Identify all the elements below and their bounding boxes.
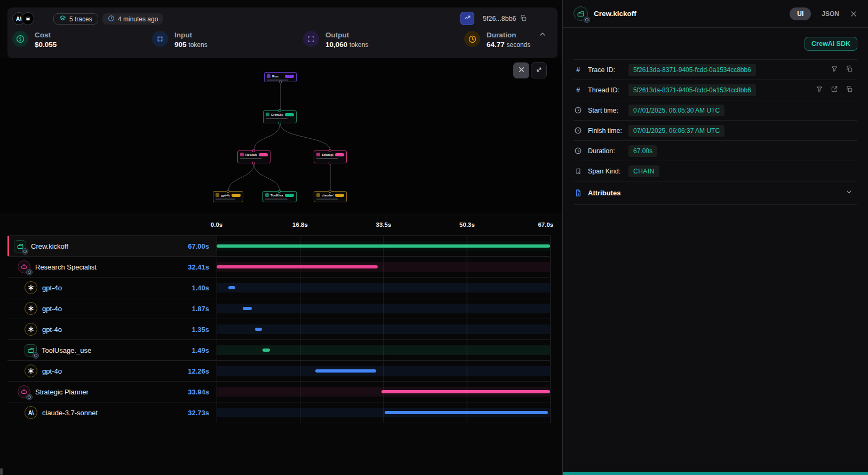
collapse-stats-chevron[interactable]: [538, 30, 547, 41]
graph-node-strategic-planner[interactable]: Strategic Planner: [314, 151, 347, 163]
time-axis: 0.0s 16.8s 33.5s 50.3s 67.0s: [7, 213, 551, 235]
waterfall-row-gpt-4o[interactable]: gpt-4o 1.35s: [7, 319, 551, 340]
timeline-cell: [217, 278, 551, 298]
node-subtext: [265, 199, 288, 200]
graph-node-toolusage[interactable]: ToolUsage._use: [262, 191, 297, 202]
connector-dot: [278, 109, 281, 112]
hash-icon: #: [574, 86, 583, 94]
node-badge: [232, 194, 241, 197]
waterfall-row-strategic-planner[interactable]: Strategic Planner 33.94s: [7, 382, 551, 402]
graph-node-gpt-4o[interactable]: gpt-4o: [213, 191, 243, 202]
span-duration: 67.00s: [188, 242, 217, 250]
timeline-cell: [217, 257, 551, 277]
timeline-track: [217, 366, 550, 376]
model-avatars: A\: [12, 12, 34, 25]
timeline-cell: [217, 382, 551, 402]
timeline-track: [217, 283, 550, 292]
attributes-label: Attributes: [588, 189, 620, 197]
copy-icon[interactable]: [846, 85, 853, 95]
bookmark-icon: [574, 168, 583, 175]
clock-icon: [108, 15, 115, 23]
field-trace-id: # Trace ID: 5f2613da-8371-9405-fcdd-0a15…: [574, 60, 857, 80]
field-label: Trace ID:: [588, 66, 628, 74]
copy-trace-id-icon[interactable]: [520, 14, 527, 24]
trace-chart-button[interactable]: [460, 12, 474, 25]
filter-icon[interactable]: [831, 65, 838, 75]
close-icon: [518, 66, 525, 75]
stat-label: Cost: [35, 31, 57, 39]
node-label: Research Speciali...: [245, 153, 257, 156]
connector-dot: [227, 190, 229, 193]
external-link-icon[interactable]: [831, 85, 838, 95]
waterfall-row-research-specialist[interactable]: Research Specialist 32.41s: [7, 257, 551, 278]
crew-icon: [574, 6, 588, 21]
filter-icon[interactable]: [816, 85, 823, 95]
copy-icon[interactable]: [846, 65, 853, 75]
crew-icon: [14, 240, 26, 252]
graph-node-research-specialist[interactable]: Research Speciali...: [237, 151, 270, 163]
span-bar: [228, 286, 235, 289]
trace-short-id: 5f26...8bb6: [483, 15, 516, 22]
stat-label: Duration: [487, 31, 530, 39]
waterfall-row-gpt-4o[interactable]: gpt-4o 12.26s: [7, 361, 551, 382]
span-name: gpt-4o: [42, 326, 62, 334]
anthropic-logo-icon: A\: [25, 406, 37, 419]
field-span-kind: Span Kind: CHAIN: [574, 161, 857, 181]
chevron-down-icon[interactable]: [845, 188, 853, 198]
node-label: claude-3.7-sonnet: [322, 194, 333, 197]
waterfall-row-crew-kickoff[interactable]: Crew.kickoff 67.00s: [7, 236, 551, 257]
openai-logo-icon: [25, 365, 37, 377]
attributes-section-header[interactable]: Attributes: [574, 181, 857, 205]
waterfall-row-gpt-4o[interactable]: gpt-4o 1.87s: [7, 298, 551, 319]
axis-tick: 50.3s: [459, 221, 475, 228]
left-scrollbar-thumb[interactable]: [0, 468, 3, 475]
span-bar: [381, 390, 551, 393]
node-label: gpt-4o: [221, 194, 230, 197]
node-badge: [335, 153, 344, 156]
node-badge: [259, 153, 268, 156]
tab-json[interactable]: JSON: [822, 10, 839, 18]
graph-node-claude[interactable]: claude-3.7-sonnet: [314, 191, 347, 202]
span-detail-panel: Crew.kickoff UI JSON CrewAI SDK # Trace …: [562, 0, 868, 475]
gauge-badge-icon: [26, 394, 33, 400]
graph-node-run[interactable]: Run: [264, 72, 297, 82]
openai-logo-icon: [25, 323, 37, 336]
stat-duration: Duration 64.77 seconds: [464, 31, 530, 51]
waterfall-rows: Crew.kickoff 67.00s Research Specialist …: [7, 235, 551, 423]
tab-ui[interactable]: UI: [790, 7, 811, 20]
stat-unit: tokens: [188, 41, 207, 49]
trending-up-icon: [464, 14, 471, 23]
graph-close-button[interactable]: [513, 62, 529, 78]
waterfall-row-gpt-4o[interactable]: gpt-4o 1.40s: [7, 278, 551, 298]
waterfall-row-toolusage[interactable]: ToolUsage._use 1.49s: [7, 340, 551, 361]
arrows-in-icon: [152, 31, 168, 47]
stat-label: Input: [174, 31, 208, 39]
field-thread-id: # Thread ID: 5f2613da-8371-9405-fcdd-0a1…: [574, 80, 857, 100]
span-name: Crew.kickoff: [31, 242, 68, 250]
expand-icon: [536, 66, 543, 75]
agent-icon: [240, 153, 244, 156]
stat-input: Input 905 tokens: [152, 31, 208, 51]
span-bar: [255, 328, 262, 331]
clock-icon: [464, 31, 480, 47]
stat-value: 64.77: [487, 41, 505, 49]
attributes-file-icon: [574, 189, 583, 197]
panel-title: Crew.kickoff: [594, 10, 636, 18]
span-duration: 1.35s: [192, 326, 217, 334]
close-panel-icon[interactable]: [850, 10, 857, 18]
layers-icon: [59, 15, 66, 23]
node-label: Crew.kickoff: [271, 113, 283, 116]
field-start-time: Start time: 07/01/2025, 06:05:30 AM UTC: [574, 100, 857, 121]
connector-dot: [329, 162, 331, 164]
waterfall-row-claude[interactable]: A\ claude-3.7-sonnet 32.73s: [7, 402, 551, 423]
gauge-badge-icon: [584, 17, 590, 23]
field-label: Thread ID:: [588, 86, 628, 94]
panel-bottom-scrollbar[interactable]: [563, 472, 868, 475]
span-duration: 1.40s: [192, 284, 217, 292]
stat-value: 905: [174, 41, 187, 49]
trace-viewer-app: A\ 5 traces 4 minutes ago: [0, 0, 868, 475]
timeline-cell: [217, 319, 551, 339]
node-badge: [285, 194, 294, 197]
graph-expand-button[interactable]: [531, 62, 547, 78]
graph-node-crew-kickoff[interactable]: Crew.kickoff: [263, 110, 297, 123]
